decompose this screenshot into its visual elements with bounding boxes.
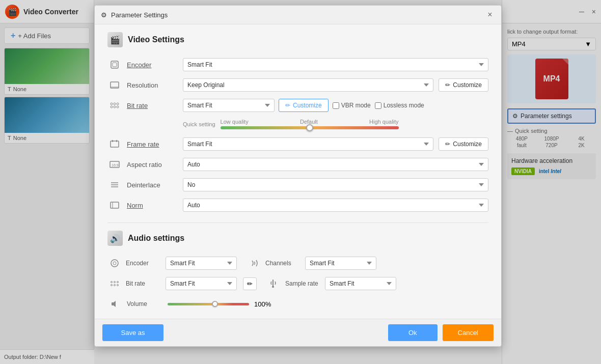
svg-point-5	[111, 106, 113, 108]
bitrate-label[interactable]: Bit rate	[127, 102, 178, 109]
audio-encoder-label: Encoder	[126, 260, 161, 267]
audio-encoder-select[interactable]: Smart Fit	[166, 257, 237, 270]
sample-rate-label: Sample rate	[285, 280, 321, 287]
lossless-mode-checkbox[interactable]	[375, 102, 381, 109]
video-section-icon: 🎬	[107, 32, 123, 47]
channels-select[interactable]: Smart Fit	[305, 257, 376, 270]
resolution-customize-button[interactable]: ✏ Customize	[439, 78, 488, 92]
channels-field: Channels Smart Fit	[247, 256, 376, 270]
parameter-settings-dialog: ⚙ Parameter Settings × 🎬 Video Settings …	[94, 5, 502, 347]
slider-track-container[interactable]	[221, 126, 399, 129]
dialog-titlebar: ⚙ Parameter Settings ×	[95, 6, 501, 24]
vbr-mode-checkbox[interactable]	[333, 102, 339, 109]
svg-rect-12	[116, 140, 117, 142]
svg-rect-1	[113, 63, 117, 67]
bitrate-icon	[107, 98, 122, 113]
svg-point-7	[114, 106, 116, 108]
svg-point-24	[114, 282, 116, 283]
pencil-icon-2: ✏	[445, 141, 450, 148]
volume-row: Volume 100%	[107, 297, 488, 311]
svg-point-27	[117, 285, 119, 286]
framerate-row: Frame rate Smart Fit ✏ Customize	[107, 137, 488, 151]
bitrate-select[interactable]: Smart Fit	[183, 99, 275, 112]
svg-point-22	[111, 282, 113, 283]
pencil-icon: ✏	[445, 81, 450, 89]
svg-point-23	[111, 285, 113, 286]
ok-button[interactable]: Ok	[388, 324, 438, 341]
footer-right-buttons: Ok Cancel	[388, 324, 494, 341]
volume-value: 100%	[254, 300, 271, 308]
audio-bitrate-label: Bit rate	[126, 280, 161, 287]
audio-encoder-field: Encoder Smart Fit	[107, 256, 237, 270]
slider-area: Low quality Default High quality	[221, 119, 399, 129]
section-divider	[107, 222, 488, 223]
encoder-select[interactable]: Smart Fit	[183, 58, 488, 71]
svg-point-26	[117, 282, 119, 283]
save-as-button[interactable]: Save as	[102, 324, 163, 341]
dialog-title-area: ⚙ Parameter Settings	[101, 11, 168, 19]
audio-section-header: 🔊 Audio settings	[107, 231, 488, 248]
dialog-footer: Save as Ok Cancel	[95, 319, 501, 346]
framerate-customize-button[interactable]: ✏ Customize	[439, 137, 488, 151]
svg-point-20	[111, 260, 118, 267]
svg-point-21	[113, 262, 116, 265]
audio-bitrate-edit-button[interactable]: ✏	[243, 277, 257, 290]
resolution-icon	[107, 78, 122, 92]
encoder-row: Encoder Smart Fit	[107, 58, 488, 72]
aspect-ratio-select[interactable]: Auto	[183, 158, 488, 171]
cancel-button[interactable]: Cancel	[443, 324, 494, 341]
dialog-title-icon: ⚙	[101, 11, 107, 19]
svg-rect-11	[112, 140, 113, 142]
svg-rect-28	[272, 286, 274, 288]
pencil-small-icon: ✏	[247, 280, 253, 288]
svg-point-25	[114, 285, 116, 286]
encoder-icon	[107, 58, 122, 72]
framerate-icon	[107, 137, 122, 151]
bitrate-controls: Smart Fit ✏ Customize VBR mode Lossless …	[183, 99, 424, 112]
dialog-close-button[interactable]: ×	[485, 10, 495, 20]
quality-thumb[interactable]	[306, 124, 313, 131]
framerate-select[interactable]: Smart Fit	[183, 137, 433, 151]
deinterlace-select[interactable]: No	[183, 178, 488, 191]
sample-rate-field: Sample rate Smart Fit	[267, 276, 396, 291]
resolution-row: Resolution Keep Original ✏ Customize	[107, 78, 488, 92]
sample-rate-icon	[267, 276, 281, 291]
audio-bitrate-select[interactable]: Smart Fit	[166, 277, 237, 290]
volume-label: Volume	[127, 300, 162, 307]
resolution-select[interactable]: Keep Original	[183, 78, 433, 92]
norm-row: Norm Auto	[107, 198, 488, 212]
dialog-body: 🎬 Video Settings Encoder Smart Fit Resol…	[95, 24, 501, 319]
volume-icon	[107, 297, 122, 311]
lossless-mode-checkbox-group: Lossless mode	[375, 102, 424, 109]
volume-thumb[interactable]	[212, 301, 218, 307]
lossless-mode-label[interactable]: Lossless mode	[384, 102, 424, 109]
aspect-ratio-icon: 16:9	[107, 157, 122, 172]
audio-section-icon: 🔊	[107, 231, 123, 246]
svg-text:16:9: 16:9	[112, 163, 119, 167]
audio-section-title: Audio settings	[128, 234, 184, 243]
volume-track	[168, 303, 249, 305]
norm-label[interactable]: Norm	[127, 202, 178, 209]
svg-rect-29	[112, 302, 114, 305]
bitrate-customize-button[interactable]: ✏ Customize	[279, 99, 329, 112]
aspect-ratio-label: Aspect ratio	[127, 161, 178, 169]
aspect-ratio-row: 16:9 Aspect ratio Auto	[107, 157, 488, 172]
audio-bottom-row: Bit rate Smart Fit ✏ Sample rate Smart F…	[107, 276, 488, 291]
vbr-mode-label[interactable]: VBR mode	[341, 102, 371, 109]
svg-rect-0	[111, 61, 118, 68]
svg-point-6	[114, 103, 116, 105]
framerate-label[interactable]: Frame rate	[127, 141, 178, 148]
norm-icon	[107, 198, 122, 212]
channels-icon	[247, 256, 261, 270]
video-section-header: 🎬 Video Settings	[107, 32, 488, 50]
deinterlace-icon	[107, 178, 122, 192]
pencil-blue-icon: ✏	[285, 102, 290, 109]
resolution-label: Resolution	[127, 81, 178, 89]
volume-slider-container[interactable]	[168, 303, 249, 305]
encoder-label[interactable]: Encoder	[127, 61, 178, 69]
sample-rate-select[interactable]: Smart Fit	[325, 277, 396, 290]
audio-top-row: Encoder Smart Fit Channels Smart Fit	[107, 256, 488, 270]
svg-point-4	[111, 103, 113, 105]
norm-select[interactable]: Auto	[183, 199, 488, 212]
audio-encoder-icon	[107, 256, 122, 270]
